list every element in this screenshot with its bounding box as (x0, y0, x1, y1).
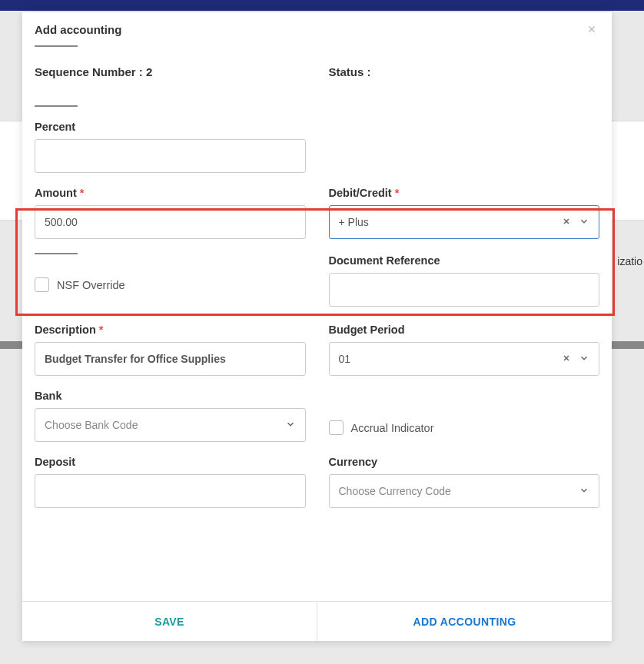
add-accounting-modal: Add accounting Sequence Number : 2 Statu… (22, 12, 612, 641)
budget-period-select[interactable]: 01 (329, 342, 600, 376)
chevron-down-icon (285, 419, 296, 432)
amount-input[interactable] (35, 205, 306, 239)
modal-title: Add accounting (35, 23, 599, 44)
accrual-indicator-label: Accrual Indicator (351, 422, 434, 434)
amount-label: Amount * (35, 187, 306, 199)
percent-label: Percent (35, 121, 306, 133)
clear-icon[interactable] (562, 216, 571, 228)
accrual-indicator-checkbox[interactable] (329, 420, 344, 435)
modal-body[interactable]: Sequence Number : 2 Status : Percent Amo… (22, 47, 612, 601)
clear-icon[interactable] (562, 353, 571, 365)
chevron-down-icon (579, 353, 589, 366)
debit-credit-label: Debit/Credit * (329, 187, 600, 199)
document-reference-input[interactable] (329, 273, 600, 307)
debit-credit-value: + Plus (339, 216, 369, 228)
description-input[interactable] (35, 342, 306, 376)
accrual-indicator-row: Accrual Indicator (329, 420, 600, 435)
background-top-bar (0, 0, 644, 11)
debit-credit-select[interactable]: + Plus (329, 205, 600, 239)
currency-select[interactable]: Choose Currency Code (329, 474, 600, 508)
close-icon (586, 24, 597, 35)
bank-placeholder: Choose Bank Code (45, 419, 138, 431)
currency-label: Currency (329, 456, 600, 468)
deposit-input[interactable] (35, 474, 306, 508)
section-divider (35, 105, 78, 107)
save-button[interactable]: SAVE (22, 602, 317, 641)
status-label: Status : (329, 65, 371, 78)
modal-header: Add accounting (22, 12, 612, 47)
chevron-down-icon (579, 216, 589, 229)
chevron-down-icon (579, 485, 589, 498)
close-button[interactable] (583, 20, 601, 38)
bank-select[interactable]: Choose Bank Code (35, 408, 306, 442)
add-accounting-button[interactable]: ADD ACCOUNTING (317, 602, 612, 641)
modal-footer: SAVE ADD ACCOUNTING (22, 601, 612, 641)
nsf-override-label: NSF Override (57, 279, 125, 291)
budget-period-label: Budget Period (329, 324, 600, 336)
sequence-number-label: Sequence Number : 2 (35, 65, 152, 78)
currency-placeholder: Choose Currency Code (339, 485, 451, 497)
background-text: izatio (617, 255, 642, 267)
description-label: Description * (35, 324, 306, 336)
budget-period-value: 01 (339, 353, 351, 365)
nsf-override-checkbox[interactable] (35, 277, 49, 292)
bank-label: Bank (35, 390, 306, 402)
percent-input[interactable] (35, 139, 306, 173)
document-reference-label: Document Reference (329, 254, 600, 267)
deposit-label: Deposit (35, 456, 306, 468)
nsf-override-row: NSF Override (35, 277, 306, 292)
